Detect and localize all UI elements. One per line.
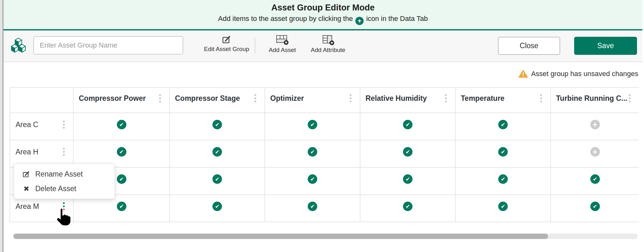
kebab-menu-icon[interactable] <box>63 202 65 210</box>
check-circle-icon[interactable]: ✔ <box>498 174 508 184</box>
add-asset-button[interactable]: Add Asset <box>261 35 303 57</box>
kebab-dot <box>63 148 65 150</box>
kebab-dot <box>540 100 542 102</box>
check-circle-icon[interactable]: ✔ <box>403 120 413 129</box>
table-cell: ✔ <box>360 113 456 140</box>
kebab-dot <box>63 127 65 129</box>
check-circle-icon[interactable]: ✔ <box>498 147 508 157</box>
delete-asset-menu-item[interactable]: ✖ Delete Asset <box>14 181 115 196</box>
kebab-dot <box>445 97 447 99</box>
table-cell: ✔ <box>360 195 456 222</box>
check-circle-icon[interactable]: ✔ <box>308 120 317 129</box>
kebab-dot <box>159 97 161 99</box>
horizontal-scrollbar-thumb[interactable] <box>13 234 548 239</box>
row-context-menu: Rename Asset ✖ Delete Asset <box>14 163 115 199</box>
plus-circle-icon: + <box>355 17 364 25</box>
asset-group-name-input[interactable] <box>33 36 183 55</box>
edit-asset-group-button[interactable]: Edit Asset Group <box>199 34 254 57</box>
add-attribute-button[interactable]: Add Attribute <box>304 35 352 57</box>
plus-circle-icon[interactable]: + <box>590 120 600 129</box>
table-cell: ✔ <box>360 140 456 168</box>
check-circle-icon[interactable]: ✔ <box>403 147 413 157</box>
column-header-cell: Temperature <box>456 88 551 113</box>
kebab-menu-icon[interactable] <box>63 148 65 156</box>
row-label: Area M <box>10 202 63 211</box>
check-circle-icon[interactable]: ✔ <box>308 174 317 184</box>
column-header-cell: Compressor Power <box>74 88 170 113</box>
check-circle-icon[interactable]: ✔ <box>403 202 413 211</box>
table-cell: ✔ <box>74 113 170 140</box>
kebab-dot <box>540 94 542 96</box>
check-circle-icon[interactable]: ✔ <box>117 120 126 129</box>
check-circle-icon[interactable]: ✔ <box>117 202 126 211</box>
kebab-menu-icon[interactable] <box>540 94 542 102</box>
table-cell: ✔ <box>170 113 265 140</box>
kebab-menu-icon[interactable] <box>254 94 256 102</box>
asset-group-cubes-icon <box>10 37 26 53</box>
column-header-label: Compressor Power <box>74 94 159 103</box>
warning-text: Asset group has unsaved changes <box>531 70 638 78</box>
column-header-label: Relative Humidity <box>360 94 445 103</box>
kebab-menu-icon[interactable] <box>63 120 65 129</box>
check-circle-icon[interactable]: ✔ <box>308 147 317 157</box>
pencil-square-icon <box>22 170 30 178</box>
column-header-cell: Optimizer <box>265 88 360 113</box>
column-header-cell: Compressor Stage <box>170 88 265 113</box>
table-cell: ✔ <box>456 168 551 195</box>
kebab-dot <box>159 94 161 96</box>
page-title: Asset Group Editor Mode <box>3 3 642 13</box>
kebab-dot <box>63 154 65 156</box>
kebab-dot <box>629 97 631 99</box>
editor-mode-banner: Asset Group Editor Mode Add items to the… <box>3 0 642 30</box>
kebab-dot <box>445 94 447 96</box>
check-circle-icon[interactable]: ✔ <box>590 174 600 184</box>
horizontal-scrollbar-track[interactable] <box>13 234 638 239</box>
table-cell: ✔ <box>551 168 639 195</box>
table-cell: ✔ <box>551 195 639 222</box>
kebab-dot <box>629 100 631 102</box>
kebab-dot <box>63 124 65 126</box>
kebab-menu-icon[interactable] <box>350 94 352 102</box>
check-circle-icon[interactable]: ✔ <box>590 202 600 211</box>
check-circle-icon[interactable]: ✔ <box>117 147 126 157</box>
check-circle-icon[interactable]: ✔ <box>117 174 126 184</box>
kebab-menu-icon[interactable] <box>159 94 161 102</box>
check-circle-icon[interactable]: ✔ <box>212 202 222 211</box>
kebab-dot <box>254 100 256 102</box>
check-circle-icon[interactable]: ✔ <box>212 147 222 157</box>
table-cell: ✔ <box>265 195 360 222</box>
kebab-dot <box>350 97 352 99</box>
column-header-cell: Turbine Running C... <box>551 88 639 113</box>
table-cell: ✔ <box>170 168 265 195</box>
close-button[interactable]: Close <box>498 37 560 55</box>
rename-asset-menu-item[interactable]: Rename Asset <box>14 167 115 181</box>
pencil-square-icon <box>222 34 232 44</box>
kebab-menu-icon[interactable] <box>629 94 631 102</box>
check-circle-icon[interactable]: ✔ <box>212 174 222 184</box>
check-circle-icon[interactable]: ✔ <box>498 120 508 129</box>
kebab-menu-icon[interactable] <box>445 94 447 102</box>
table-cell: ✔ <box>265 113 360 140</box>
kebab-dot <box>63 209 65 210</box>
toolbar-divider <box>255 37 255 54</box>
table-corner-cell <box>10 88 74 113</box>
kebab-dot <box>63 120 65 122</box>
column-header-label: Optimizer <box>265 94 350 103</box>
row-label: Area H <box>10 148 63 156</box>
check-circle-icon[interactable]: ✔ <box>212 120 222 129</box>
column-header-label: Turbine Running C... <box>551 94 629 103</box>
table-add-column-icon <box>321 35 335 45</box>
asset-group-toolbar: Edit Asset Group Add Asset Add Attribu <box>3 30 642 62</box>
unsaved-changes-warning: Asset group has unsaved changes <box>519 70 638 78</box>
column-header-label: Compressor Stage <box>170 94 254 103</box>
column-header-cell: Relative Humidity <box>360 88 456 113</box>
check-circle-icon[interactable]: ✔ <box>403 174 413 184</box>
kebab-dot <box>629 94 631 96</box>
save-button[interactable]: Save <box>574 37 637 55</box>
plus-circle-icon[interactable]: + <box>590 147 600 157</box>
check-circle-icon[interactable]: ✔ <box>498 202 508 211</box>
check-circle-icon[interactable]: ✔ <box>308 202 317 211</box>
table-cell: ✔ <box>456 195 551 222</box>
kebab-dot <box>254 94 256 96</box>
table-header-row: Compressor PowerCompressor StageOptimize… <box>10 88 639 113</box>
